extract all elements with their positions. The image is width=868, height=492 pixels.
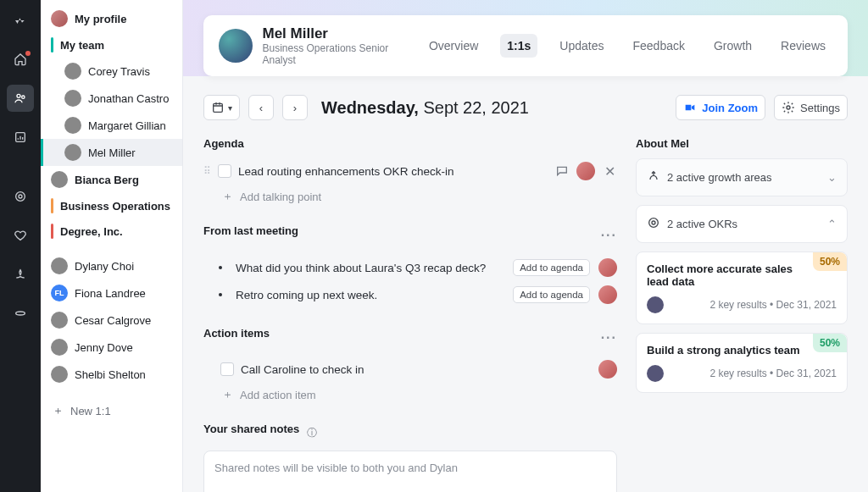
sidebar-my-profile[interactable]: My profile [41, 5, 182, 32]
comment-icon[interactable] [554, 163, 570, 179]
avatar [64, 63, 81, 80]
okr-meta: 2 key results • Dec 31, 2021 [709, 368, 837, 379]
add-to-agenda-button[interactable]: Add to agenda [513, 286, 590, 303]
svg-rect-6 [214, 103, 223, 112]
card-label: 2 active OKRs [667, 218, 737, 230]
sidebar-team-member[interactable]: Margaret Gillian [41, 112, 182, 139]
avatar [51, 312, 68, 329]
tab-1:1s[interactable]: 1:1s [500, 34, 537, 58]
tabs: Overview1:1sUpdatesFeedbackGrowthReviews [422, 34, 832, 58]
sidebar-team-member[interactable]: Jonathan Castro [41, 85, 182, 112]
agenda-section: Agenda ⠿ Lead routing enhancements OKR c… [203, 137, 617, 206]
profile-role: Business Operations Senior Analyst [263, 42, 422, 66]
sidebar-label: My team [60, 39, 104, 52]
sidebar-recent[interactable]: Shelbi Shelton [41, 361, 182, 388]
avatar [51, 366, 68, 383]
logo-icon[interactable] [7, 7, 34, 34]
okr-card[interactable]: 50%Collect more accurate sales lead data… [636, 252, 848, 324]
heart-icon[interactable] [7, 222, 34, 249]
sidebar-item[interactable]: Bianca Berg [41, 166, 182, 193]
tab-overview[interactable]: Overview [422, 34, 485, 58]
sidebar-label: Margaret Gillian [88, 119, 166, 132]
svg-point-1 [22, 96, 25, 98]
svg-point-8 [649, 218, 659, 228]
sidebar-my-team[interactable]: My team [41, 32, 182, 58]
shared-notes-section: Your shared notesⓘ Shared notes will be … [203, 423, 617, 492]
sidebar-label: Degree, Inc. [60, 225, 123, 238]
sidebar-recent[interactable]: Dylany Choi [41, 252, 182, 279]
sidebar-label: Shelbi Shelton [75, 368, 146, 381]
sidebar-item[interactable]: Degree, Inc. [41, 218, 182, 244]
prev-button[interactable]: ‹ [248, 95, 274, 120]
okr-title: Collect more accurate sales lead data [647, 263, 837, 288]
sidebar-team-member[interactable]: Mel Miller [41, 139, 182, 166]
join-zoom-button[interactable]: Join Zoom [676, 95, 765, 120]
checkbox[interactable] [220, 362, 234, 376]
sidebar-label: Mel Miller [88, 146, 136, 159]
okr-card[interactable]: 50%Build a strong analytics team2 key re… [636, 333, 848, 393]
growth-icon [647, 169, 660, 185]
svg-point-4 [19, 195, 22, 198]
more-icon[interactable]: ··· [601, 330, 617, 346]
item-text: What did you think about Laura's Q3 reca… [236, 262, 504, 274]
sidebar-label: Cesar Calgrove [75, 314, 151, 327]
plus-icon: ＋ [222, 387, 233, 402]
drag-handle-icon[interactable]: ⠿ [203, 165, 211, 177]
caret-down-icon: ▾ [228, 103, 232, 113]
add-to-agenda-button[interactable]: Add to agenda [513, 259, 590, 276]
wellness-icon[interactable] [7, 261, 34, 288]
action-text: Call Caroline to check in [241, 363, 592, 376]
sidebar-team-member[interactable]: Corey Travis [41, 58, 182, 85]
assignee-avatar[interactable] [576, 162, 595, 180]
card-label: 2 active growth areas [667, 171, 772, 184]
calendar-picker[interactable]: ▾ [203, 95, 240, 120]
sidebar-recent[interactable]: FLFiona Landree [41, 279, 182, 307]
settings-button[interactable]: Settings [774, 95, 848, 120]
target-icon[interactable] [7, 183, 34, 210]
agenda-item: ⠿ Lead routing enhancements OKR check-in… [203, 158, 617, 184]
target-icon [647, 216, 660, 232]
section-heading: Agenda [203, 137, 617, 150]
chart-icon[interactable] [7, 124, 34, 151]
okr-percent: 50% [813, 334, 847, 352]
avatar [51, 257, 68, 274]
okrs-card[interactable]: 2 active OKRs ⌃ [636, 205, 848, 243]
next-button[interactable]: › [282, 95, 308, 120]
add-talking-point[interactable]: ＋Add talking point [203, 184, 617, 206]
date-title: Wednesday, Sept 22, 2021 [321, 98, 529, 118]
sidebar-label: Jonathan Castro [88, 92, 169, 105]
profile-card: Mel Miller Business Operations Senior An… [203, 15, 848, 76]
assignee-avatar[interactable] [598, 360, 617, 379]
sync-icon[interactable] [7, 300, 34, 327]
assignee-avatar[interactable] [598, 258, 617, 277]
sidebar-label: Dylany Choi [75, 260, 134, 273]
people-icon[interactable] [7, 85, 34, 112]
growth-areas-card[interactable]: 2 active growth areas ⌄ [636, 158, 848, 196]
close-icon[interactable]: ✕ [602, 163, 617, 179]
avatar [51, 171, 68, 188]
more-icon[interactable]: ··· [601, 228, 617, 243]
home-icon[interactable] [7, 46, 34, 73]
sidebar-label: My profile [75, 13, 126, 25]
tab-updates[interactable]: Updates [553, 34, 610, 58]
sidebar-item[interactable]: Business Operations [41, 193, 182, 218]
sidebar-recent[interactable]: Cesar Calgrove [41, 307, 182, 334]
action-item: Call Caroline to check in [203, 357, 617, 382]
checkbox[interactable] [218, 164, 231, 178]
assignee-avatar[interactable] [598, 285, 617, 304]
new-1-1-button[interactable]: ＋New 1:1 [41, 396, 182, 425]
last-meeting-item: What did you think about Laura's Q3 reca… [203, 254, 617, 281]
tab-reviews[interactable]: Reviews [774, 34, 832, 58]
add-action-item[interactable]: ＋Add action item [203, 382, 617, 404]
svg-point-0 [17, 94, 20, 97]
tab-feedback[interactable]: Feedback [626, 34, 691, 58]
info-icon[interactable]: ⓘ [304, 426, 320, 441]
sidebar-label: Corey Travis [88, 65, 150, 78]
sidebar-recent[interactable]: Jenny Dove [41, 334, 182, 361]
profile-avatar [219, 29, 253, 63]
avatar: FL [51, 285, 68, 301]
plus-icon: ＋ [53, 403, 64, 418]
tab-growth[interactable]: Growth [707, 34, 759, 58]
shared-notes-input[interactable]: Shared notes will be visible to both you… [203, 451, 617, 492]
last-meeting-section: From last meeting··· What did you think … [203, 224, 617, 308]
